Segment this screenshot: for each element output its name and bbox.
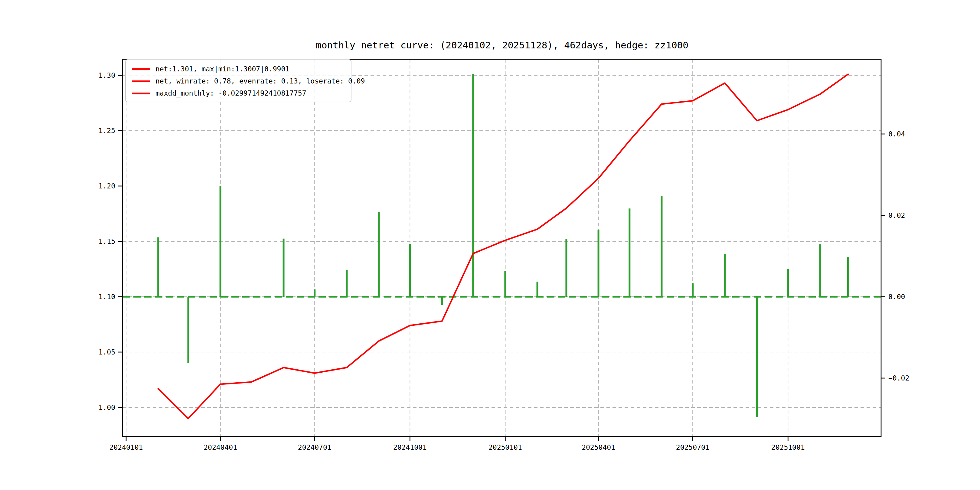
x-axis-tick-label: 20250101 (488, 444, 522, 451)
y-axis-tick-label: 1.05 (99, 348, 115, 356)
red-line-swatch (132, 80, 150, 82)
y-axis-tick-label: 1.15 (99, 237, 115, 245)
right-axis-tick-label: 0.02 (888, 212, 905, 219)
right-axis-tick-label: 0.00 (888, 293, 905, 301)
y-axis-tick-label: 1.25 (99, 127, 115, 135)
y-axis-tick-label: 1.30 (99, 72, 115, 79)
legend-item-maxdd: maxdd_monthly: -0.029971492410817757 (126, 87, 351, 99)
x-axis-tick-label: 20251001 (771, 444, 805, 451)
plot-border (123, 59, 881, 436)
legend-item-net: net:1.301, max|min:1.3007|0.9901 (126, 63, 351, 75)
right-axis-tick-label: −0.02 (888, 374, 909, 382)
right-axis-tick-label: 0.04 (888, 130, 905, 138)
red-line-swatch (132, 92, 150, 94)
net-curve-line (158, 74, 848, 418)
x-axis-tick-label: 20240401 (204, 444, 237, 451)
x-axis-tick-label: 20250701 (676, 444, 710, 451)
x-axis-tick-label: 20240101 (110, 444, 143, 451)
legend-item-label: maxdd_monthly: -0.029971492410817757 (156, 89, 306, 97)
legend-item-winrate: net, winrate: 0.78, evenrate: 0.13, lose… (126, 75, 351, 87)
legend-item-label: net, winrate: 0.78, evenrate: 0.13, lose… (156, 77, 365, 85)
chart-title: monthly netret curve: (20240102, 2025112… (123, 40, 881, 51)
y-axis-tick-label: 1.10 (99, 293, 115, 301)
y-axis-tick-label: 1.20 (99, 182, 115, 190)
y-axis-tick-label: 1.00 (99, 404, 115, 411)
x-axis-tick-label: 20250401 (582, 444, 615, 451)
legend-item-label: net:1.301, max|min:1.3007|0.9901 (156, 65, 290, 73)
legend: net:1.301, max|min:1.3007|0.9901 net, wi… (125, 59, 352, 102)
x-axis-tick-label: 20241001 (393, 444, 427, 451)
x-axis-tick-label: 20240701 (298, 444, 331, 451)
figure: 1.001.051.101.151.201.251.300.040.020.00… (0, 0, 980, 490)
red-line-swatch (132, 68, 150, 70)
